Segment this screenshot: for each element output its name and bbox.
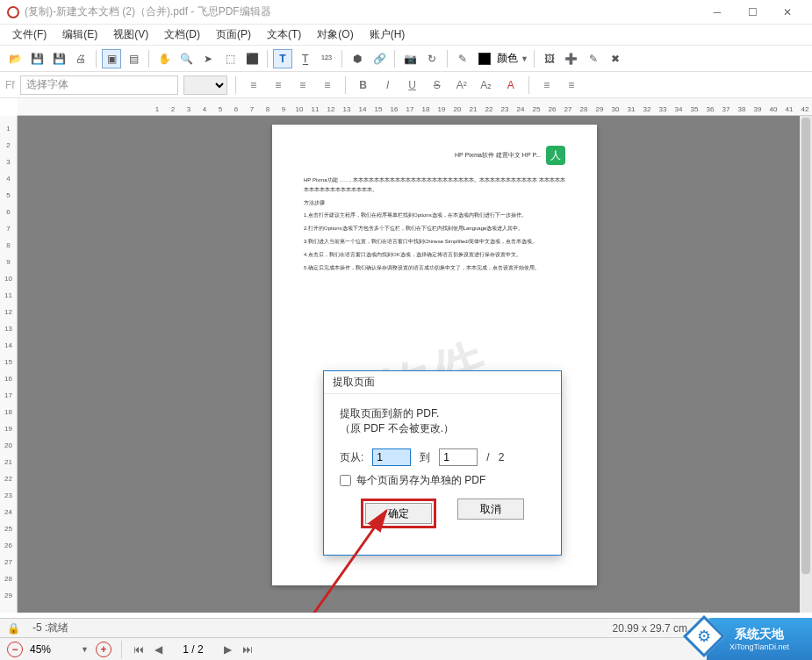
cancel-button[interactable]: 取消	[457, 499, 524, 520]
ok-highlight: 确定	[361, 499, 436, 528]
superscript-icon[interactable]: A²	[452, 75, 471, 95]
save-as-icon[interactable]: 💾	[49, 49, 68, 68]
separate-pdf-checkbox[interactable]	[340, 475, 351, 486]
canvas-area[interactable]: HP Pixma软件 建置中文 HP P... 人 HP Pixma功能 ...…	[18, 116, 812, 613]
app-icon	[7, 6, 19, 18]
zoom-dropdown-icon[interactable]: ▼	[81, 645, 89, 654]
strike-icon[interactable]: S	[428, 75, 447, 95]
text-tool-icon[interactable]: T	[273, 49, 292, 68]
underline-icon[interactable]: U	[403, 75, 422, 95]
vertical-scrollbar[interactable]	[800, 116, 812, 613]
font-select[interactable]: 选择字体	[20, 75, 178, 95]
to-page-input[interactable]	[439, 448, 478, 466]
align-center-icon[interactable]: ≡	[269, 75, 288, 95]
menu-object[interactable]: 对象(O)	[312, 25, 358, 44]
img-add-icon[interactable]: 🖼	[540, 49, 559, 68]
minimize-button[interactable]: ─	[700, 0, 735, 25]
menu-account[interactable]: 账户(H)	[364, 25, 411, 44]
last-page-button[interactable]: ⏭	[241, 643, 255, 656]
from-label: 页从:	[340, 450, 363, 465]
align-left-icon[interactable]: ≡	[244, 75, 263, 95]
ruler-vertical: 1234567891011121314151617181920212223242…	[0, 116, 18, 613]
zoom-value[interactable]: 45%	[30, 643, 74, 656]
page-indicator[interactable]: 1 / 2	[171, 643, 215, 656]
zoom-out-button[interactable]: −	[7, 642, 23, 657]
hand-icon[interactable]: ✋	[154, 49, 174, 68]
prev-page-button[interactable]: ◀	[153, 643, 164, 656]
align-justify-icon[interactable]: ≡	[318, 75, 337, 95]
dialog-heading2: （原 PDF 不会被更改.）	[340, 421, 545, 436]
indent-icon[interactable]: ≡	[562, 75, 581, 95]
brand-watermark: ⚙ 系统天地 XiTongTianDi.net	[707, 618, 812, 660]
toolbar-main: 📂 💾 💾 🖨 ▣ ▤ ✋ 🔍 ➤ ⬚ ⬛ T T̲ ¹²³ ⬢ 🔗 📷 ↻ ✎…	[0, 46, 812, 72]
font-size-select[interactable]	[183, 75, 227, 95]
snapshot-icon[interactable]: 📷	[400, 49, 420, 68]
zoom-in-button[interactable]: +	[96, 642, 111, 657]
text-color-icon[interactable]: A	[501, 75, 521, 95]
close-button[interactable]: ✕	[770, 0, 805, 25]
menu-page[interactable]: 页面(P)	[211, 25, 256, 44]
print-icon[interactable]: 🖨	[71, 49, 90, 68]
ok-button[interactable]: 确定	[365, 503, 432, 524]
checkbox-label: 每个页面另存为单独的 PDF	[356, 473, 485, 488]
menu-file[interactable]: 文件(F)	[7, 25, 52, 44]
extract-pages-dialog: 提取页面 提取页面到新的 PDF. （原 PDF 不会被更改.） 页从: 到 /…	[323, 370, 562, 556]
link-icon[interactable]: 🔗	[370, 49, 389, 68]
status-text: -5 :就绪	[32, 621, 68, 635]
maximize-button[interactable]: ☐	[735, 0, 770, 25]
next-page-button[interactable]: ▶	[222, 643, 234, 656]
ruler-horizontal: 1234567891011121314151617181920212223242…	[18, 98, 812, 116]
img-del-icon[interactable]: ✖	[606, 49, 625, 68]
dialog-heading1: 提取页面到新的 PDF.	[340, 406, 545, 421]
select-icon[interactable]: ⬛	[242, 49, 262, 68]
menubar: 文件(F) 编辑(E) 视图(V) 文档(D) 页面(P) 文本(T) 对象(O…	[0, 25, 812, 46]
save-icon[interactable]: 💾	[27, 49, 47, 68]
img-plus-icon[interactable]: ➕	[562, 49, 581, 68]
subscript-icon[interactable]: A₂	[477, 75, 496, 95]
page-body-text: HP Pixma功能 ......，本本本本本本本本本本本本本本本本本本本本本本…	[304, 176, 565, 272]
pen-icon[interactable]: ✎	[453, 49, 472, 68]
font-prefix-icon: Ff	[5, 79, 15, 91]
menu-text[interactable]: 文本(T)	[262, 25, 306, 44]
window-title: (复制)-新建文本文档 (2)（合并).pdf - 飞思PDF编辑器	[25, 4, 700, 19]
page-tool2-icon[interactable]: ▤	[124, 49, 143, 68]
to-label: 到	[420, 450, 430, 465]
crop-icon[interactable]: ⬚	[220, 49, 240, 68]
titlebar: (复制)-新建文本文档 (2)（合并).pdf - 飞思PDF编辑器 ─ ☐ ✕	[0, 0, 812, 25]
arrow-icon[interactable]: ➤	[198, 49, 218, 68]
menu-edit[interactable]: 编辑(E)	[57, 25, 103, 44]
toolbar-format: Ff 选择字体 ≡ ≡ ≡ ≡ B I U S A² A₂ A ≡ ≡	[0, 72, 812, 98]
redo-icon[interactable]: ↻	[422, 49, 442, 68]
color-swatch[interactable]	[475, 49, 494, 68]
page-tool-icon[interactable]: ▣	[102, 49, 121, 68]
page-dimensions: 20.99 x 29.7 cm	[613, 622, 687, 635]
zoom-icon[interactable]: 🔍	[176, 49, 196, 68]
text-num-icon[interactable]: ¹²³	[317, 49, 336, 68]
menu-view[interactable]: 视图(V)	[108, 25, 154, 44]
align-right-icon[interactable]: ≡	[293, 75, 313, 95]
page-header-text: HP Pixma软件 建置中文 HP P...	[455, 151, 541, 160]
open-icon[interactable]: 📂	[5, 49, 25, 68]
menu-document[interactable]: 文档(D)	[159, 25, 205, 44]
color-label: 颜色	[497, 51, 518, 66]
text-edit-icon[interactable]: T̲	[295, 49, 314, 68]
lock-icon: 🔒	[7, 622, 20, 635]
img-edit-icon[interactable]: ✎	[584, 49, 603, 68]
pdf-logo-icon: 人	[546, 146, 565, 165]
stamp-icon[interactable]: ⬢	[348, 49, 367, 68]
dialog-title: 提取页面	[324, 371, 561, 394]
line-spacing-icon[interactable]: ≡	[537, 75, 557, 95]
color-dropdown-icon[interactable]: ▼	[521, 54, 528, 63]
page-sep: /	[486, 451, 489, 463]
first-page-button[interactable]: ⏮	[132, 643, 146, 656]
italic-icon[interactable]: I	[378, 75, 398, 95]
bold-icon[interactable]: B	[354, 75, 373, 95]
from-page-input[interactable]	[372, 448, 411, 466]
page-total: 2	[499, 451, 505, 463]
